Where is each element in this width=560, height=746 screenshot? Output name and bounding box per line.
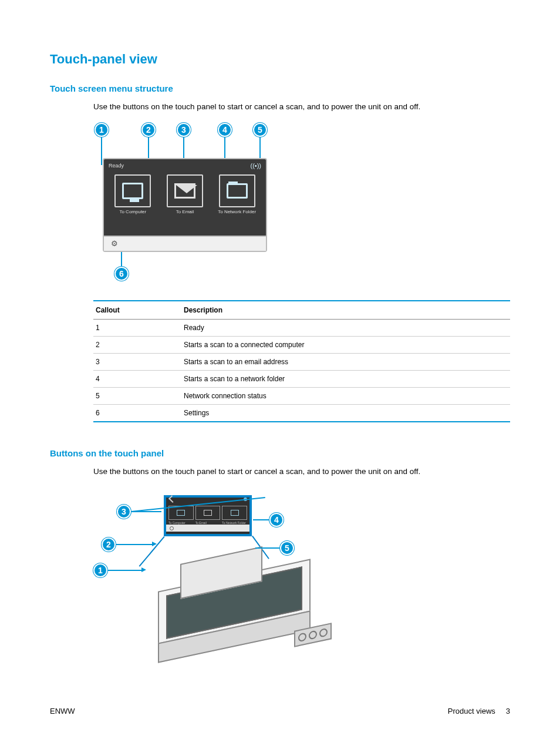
screen-tile-label: To Email <box>195 521 221 525</box>
screen-tile-label: To Computer <box>168 521 194 525</box>
callout-leader <box>255 547 280 549</box>
tile-label: To Computer <box>119 210 146 215</box>
tile-to-email: To Email <box>161 174 210 236</box>
screen-tile-computer <box>168 506 194 520</box>
table-cell: 3 <box>93 353 181 370</box>
table-row: 4 Starts a scan to a network folder <box>93 370 510 387</box>
callout-badge-1: 1 <box>95 123 109 137</box>
footer-left: ENWW <box>50 707 75 715</box>
callout-badge-5: 5 <box>280 541 294 555</box>
footer-page-number: 3 <box>506 707 510 715</box>
scan-icon <box>319 628 328 638</box>
callout-arrow-icon <box>141 567 146 572</box>
page-footer: ENWW Product views 3 <box>50 707 510 715</box>
mail-icon <box>204 510 212 516</box>
callout-badge-3: 3 <box>117 505 131 519</box>
table-cell: Starts a scan to an email address <box>181 353 510 370</box>
callout-badge-3: 3 <box>177 123 191 137</box>
callout-arrow-icon <box>152 542 157 546</box>
cancel-icon <box>309 630 317 640</box>
table-row: 5 Network connection status <box>93 387 510 404</box>
touch-panel-graphic: Ready ((•)) To Computer To Email To Netw… <box>103 158 267 252</box>
table-cell: 4 <box>93 370 181 387</box>
callout-badge-1: 1 <box>93 563 107 577</box>
tile-label: To Email <box>176 210 194 215</box>
power-icon <box>298 632 306 642</box>
callout-badge-4: 4 <box>218 123 232 137</box>
folder-icon <box>231 510 239 516</box>
table-header-callout: Callout <box>93 301 181 320</box>
intro-text-b: Use the buttons on the touch panel to st… <box>93 466 510 477</box>
table-cell: 1 <box>93 319 181 336</box>
panel-status-label: Ready <box>109 163 124 169</box>
table-cell: Starts a scan to a network folder <box>181 370 510 387</box>
table-cell: 5 <box>93 387 181 404</box>
callout-badge-6: 6 <box>114 267 129 281</box>
back-icon <box>168 495 176 503</box>
footer-section: Product views <box>448 707 495 715</box>
callout-badge-2: 2 <box>141 123 156 137</box>
callout-badge-2: 2 <box>102 537 116 552</box>
screen-tile-email <box>195 506 221 520</box>
table-header-description: Description <box>181 301 510 320</box>
figure-touch-panel: 1 2 3 4 5 Ready ((•)) To Computer To Ema… <box>93 123 275 287</box>
device-screen-inset: To Computer To Email To Network Folder <box>164 495 252 536</box>
screen-tile-folder <box>222 506 247 520</box>
monitor-icon <box>177 510 185 516</box>
table-cell: Settings <box>181 404 510 422</box>
folder-icon <box>227 183 248 199</box>
wifi-icon: ((•)) <box>250 162 261 169</box>
figure-scanner-device: To Computer To Email To Network Folder 1… <box>93 487 328 657</box>
tile-to-network-folder: To Network Folder <box>212 174 261 236</box>
subheading-buttons: Buttons on the touch panel <box>50 448 510 458</box>
table-row: 3 Starts a scan to an email address <box>93 353 510 370</box>
callout-leader <box>121 252 122 267</box>
gear-icon <box>170 526 174 530</box>
callout-badge-5: 5 <box>253 123 267 137</box>
scanner-body <box>158 552 328 640</box>
callout-leader <box>253 519 269 520</box>
table-cell: Network connection status <box>181 387 510 404</box>
callout-leader <box>101 137 102 165</box>
table-cell: Starts a scan to a connected computer <box>181 336 510 353</box>
monitor-icon <box>122 183 143 199</box>
tile-label: To Network Folder <box>218 210 256 215</box>
callout-table: Callout Description 1 Ready 2 Starts a s… <box>93 300 510 422</box>
table-cell: 6 <box>93 404 181 422</box>
table-cell: 2 <box>93 336 181 353</box>
tile-to-computer: To Computer <box>109 174 157 236</box>
callout-badge-4: 4 <box>269 513 284 527</box>
table-cell: Ready <box>181 319 510 336</box>
subheading-menu-structure: Touch screen menu structure <box>50 83 510 93</box>
callout-leader <box>107 570 141 571</box>
screen-tile-label: To Network Folder <box>222 521 247 525</box>
mail-icon <box>174 183 195 199</box>
table-row: 1 Ready <box>93 319 510 336</box>
intro-text-a: Use the buttons on the touch panel to st… <box>93 102 510 112</box>
callout-leader <box>116 544 152 545</box>
table-row: 6 Settings <box>93 404 510 422</box>
page-title: Touch-panel view <box>50 52 510 67</box>
table-row: 2 Starts a scan to a connected computer <box>93 336 510 353</box>
gear-icon: ⚙ <box>111 239 118 248</box>
